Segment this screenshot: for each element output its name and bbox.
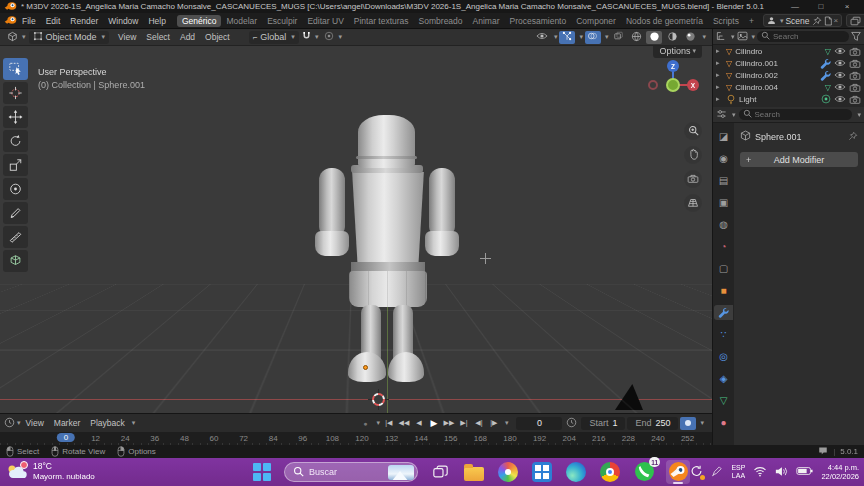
properties-search[interactable]: [739, 109, 853, 120]
outliner-display-icon[interactable]: [737, 31, 748, 43]
tool-move[interactable]: [3, 106, 28, 128]
tool-select-box[interactable]: [3, 58, 28, 80]
constraints-tab[interactable]: ◈: [714, 371, 733, 386]
hide-eye-icon[interactable]: [834, 95, 846, 103]
sync-tray-icon[interactable]: [690, 465, 703, 479]
expand-icon[interactable]: ▸: [716, 83, 723, 91]
file-explorer-button[interactable]: [462, 460, 486, 484]
tool-annotate[interactable]: [3, 202, 28, 224]
output-tab[interactable]: ▤: [714, 173, 733, 188]
disable-render-icon[interactable]: [849, 83, 861, 92]
new-scene-icon[interactable]: [824, 16, 832, 26]
expand-icon[interactable]: ▸: [716, 71, 723, 79]
workspace-tab[interactable]: Editar UV: [302, 15, 348, 27]
gizmo-z-ball[interactable]: Z: [667, 60, 679, 72]
workspace-tab[interactable]: Componer: [571, 15, 621, 27]
orientation-dropdown[interactable]: ⌐ Global▾: [249, 31, 299, 44]
outliner-search-input[interactable]: [773, 32, 845, 41]
volume-tray-icon[interactable]: [775, 466, 788, 479]
shading-wireframe-button[interactable]: [628, 31, 644, 44]
editor-type-button[interactable]: ▾: [4, 30, 29, 45]
system-report-icon[interactable]: [818, 446, 828, 457]
outliner-row[interactable]: ▸▽Cilindro▽: [713, 45, 864, 57]
viewport-menu-select[interactable]: Select: [141, 32, 175, 42]
tray-expand-button[interactable]: [672, 467, 682, 477]
toggle-ortho-button[interactable]: [684, 194, 702, 212]
frame-start-field[interactable]: Start 1: [581, 417, 625, 430]
gizmo-neg-x-ball[interactable]: [648, 80, 658, 90]
weather-widget[interactable]: 18°C Mayorm. nublado: [6, 461, 95, 482]
task-view-button[interactable]: [428, 460, 452, 484]
next-frame-button[interactable]: |▶: [487, 417, 501, 430]
frame-end-field[interactable]: End 250: [627, 417, 678, 430]
timeline-menu-marker[interactable]: Marker: [49, 418, 85, 428]
visibility-dropdown[interactable]: [534, 31, 550, 44]
play-reverse-button[interactable]: ◀: [412, 417, 426, 430]
expand-icon[interactable]: ▸: [716, 95, 723, 103]
viewport-menu-view[interactable]: View: [113, 32, 141, 42]
gizmo-x-ball[interactable]: X: [687, 79, 699, 91]
taskbar-search[interactable]: [284, 462, 418, 482]
blender-menu-icon[interactable]: [4, 15, 17, 27]
next-keyframe-button[interactable]: ▶▶: [442, 417, 456, 430]
microsoft-store-button[interactable]: [530, 460, 554, 484]
prev-keyframe-button[interactable]: ◀◀: [397, 417, 411, 430]
language-indicator[interactable]: ESP LAA: [731, 464, 745, 480]
workspace-tab[interactable]: Nodos de geometría: [621, 15, 708, 27]
object-tab[interactable]: ■: [714, 283, 733, 298]
current-frame-indicator[interactable]: 0: [57, 433, 75, 442]
render-tab[interactable]: ◉: [714, 151, 733, 166]
expand-icon[interactable]: ▸: [716, 47, 723, 55]
material-tab[interactable]: ●: [714, 415, 733, 430]
unlink-scene-icon[interactable]: ×: [834, 16, 839, 25]
clock-widget[interactable]: 4:44 p.m. 22/02/2026: [821, 463, 859, 481]
workspace-tab[interactable]: Animar: [468, 15, 505, 27]
workspace-tab[interactable]: Pintar texturas: [349, 15, 414, 27]
menubar-item-edit[interactable]: Edit: [41, 16, 66, 26]
outliner-row[interactable]: ▸Light: [713, 93, 864, 105]
workspace-tab[interactable]: Procesamiento: [505, 15, 572, 27]
timeline-editor-icon[interactable]: [4, 417, 15, 430]
timeline-ruler[interactable]: 0122436486072849610812013214415616818019…: [0, 432, 712, 446]
modifiers-tab[interactable]: [714, 305, 733, 320]
outliner-search[interactable]: [757, 31, 849, 42]
zoom-button[interactable]: [684, 122, 702, 140]
filter-icon[interactable]: [851, 31, 861, 43]
maximize-button[interactable]: □: [808, 2, 834, 11]
designer-app-button[interactable]: [496, 460, 520, 484]
particles-tab[interactable]: ∵: [714, 327, 733, 342]
data-tab[interactable]: ▽: [714, 393, 733, 408]
jump-to-start-button[interactable]: |◀: [382, 417, 396, 430]
menubar-item-file[interactable]: File: [17, 16, 41, 26]
camera-view-button[interactable]: [684, 170, 702, 188]
proportional-edit-toggle[interactable]: ▾: [321, 30, 345, 44]
keying-set-button[interactable]: [680, 417, 696, 430]
new-workspace-button[interactable]: +: [744, 15, 759, 27]
disable-render-icon[interactable]: [849, 59, 861, 68]
play-button[interactable]: ▶: [427, 417, 441, 430]
view-layer-selector[interactable]: ▾ ViewLayer ×: [846, 14, 864, 27]
properties-options-icon[interactable]: ▾: [857, 111, 861, 119]
hide-eye-icon[interactable]: [834, 71, 846, 79]
chrome-button[interactable]: [598, 460, 622, 484]
collection-tab[interactable]: ▢: [714, 261, 733, 276]
gizmo-neg-z-ball[interactable]: [668, 100, 678, 110]
workspace-tab[interactable]: Scripts: [708, 15, 744, 27]
view-layer-tab[interactable]: ▣: [714, 195, 733, 210]
add-modifier-button[interactable]: + Add Modifier: [740, 152, 858, 167]
prev-frame-button[interactable]: ◀|: [472, 417, 486, 430]
properties-search-input[interactable]: [755, 110, 849, 119]
workspace-tab[interactable]: Esculpir: [262, 15, 302, 27]
edge-button[interactable]: [564, 460, 588, 484]
close-button[interactable]: ×: [834, 2, 860, 11]
use-preview-range-icon[interactable]: [566, 417, 577, 430]
tool-transform[interactable]: [3, 178, 28, 200]
menubar-item-render[interactable]: Render: [65, 16, 103, 26]
disable-render-icon[interactable]: [849, 95, 861, 104]
hide-eye-icon[interactable]: [834, 47, 846, 55]
menubar-item-window[interactable]: Window: [103, 16, 143, 26]
disable-render-icon[interactable]: [849, 71, 861, 80]
pen-tray-icon[interactable]: [711, 465, 723, 479]
properties-editor-icon[interactable]: [716, 109, 727, 121]
workspace-tab[interactable]: Sombreado: [414, 15, 468, 27]
